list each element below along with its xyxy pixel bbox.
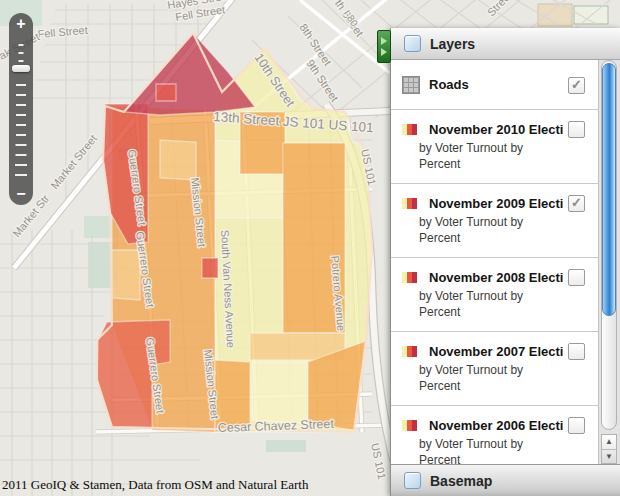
layer-row-nov-2006[interactable]: November 2006 Electio by Voter Turnout b… <box>391 406 598 464</box>
zoom-tick <box>19 60 24 62</box>
zoom-out-button[interactable]: − <box>9 185 33 203</box>
zoom-in-button[interactable]: + <box>9 15 33 33</box>
layer-row-nov-2007[interactable]: November 2007 Electio by Voter Turnout b… <box>391 332 598 406</box>
layer-title[interactable]: November 2009 Electio <box>429 196 563 211</box>
scrollbar-track[interactable] <box>601 60 617 430</box>
zoom-tick <box>19 52 24 54</box>
scroll-up-button[interactable]: ▲ <box>602 435 616 449</box>
layer-checkbox[interactable] <box>568 121 585 138</box>
layer-subtitle: by Voter Turnout by Percent <box>419 141 561 172</box>
layer-subtitle: by Voter Turnout by Percent <box>419 289 561 320</box>
choropleth-layer-icon <box>402 420 417 431</box>
choropleth-layer-icon <box>402 124 417 135</box>
basemap-icon <box>404 472 421 489</box>
zoom-tick <box>16 104 26 106</box>
map-attribution: 2011 GeoIQ & Stamen, Data from OSM and N… <box>2 477 308 493</box>
layers-panel: Layers Roads ✓ November 2010 Electio by … <box>390 28 620 496</box>
roads-layer-icon <box>402 76 420 94</box>
layers-icon <box>404 35 421 52</box>
zoom-slider-handle[interactable] <box>12 65 30 72</box>
layer-list: Roads ✓ November 2010 Electio by Voter T… <box>391 60 598 464</box>
zoom-tick <box>15 164 27 166</box>
zoom-tick <box>16 144 27 146</box>
layers-panel-header[interactable]: Layers <box>391 28 620 60</box>
collapse-arrow-icon <box>381 48 387 56</box>
choropleth-region[interactable] <box>160 140 196 180</box>
zoom-tick <box>16 124 26 126</box>
layer-title[interactable]: November 2006 Electio <box>429 418 563 433</box>
layer-checkbox[interactable] <box>568 343 585 360</box>
map-zoom-control[interactable]: + − <box>9 13 33 205</box>
scroll-down-button[interactable]: ▼ <box>602 449 616 464</box>
zoom-tick <box>16 134 26 136</box>
choropleth-region[interactable] <box>112 250 140 300</box>
panel-collapse-button[interactable] <box>377 30 391 63</box>
layer-checkbox[interactable] <box>568 417 585 434</box>
layer-row-roads[interactable]: Roads ✓ <box>391 60 598 110</box>
choropleth-layer-icon <box>402 272 417 283</box>
collapse-arrow-icon <box>381 37 387 45</box>
zoom-tick <box>15 174 27 176</box>
basemap-panel-header[interactable]: Basemap <box>391 464 620 496</box>
layer-checkbox[interactable] <box>568 269 585 286</box>
choropleth-region[interactable] <box>252 362 308 424</box>
map-application: Hayes StreetFell StreetFell StreetOak St… <box>0 0 620 496</box>
layer-title[interactable]: November 2008 Electio <box>429 270 563 285</box>
layer-row-nov-2009[interactable]: November 2009 Electio by Voter Turnout b… <box>391 184 598 258</box>
choropleth-region[interactable] <box>202 258 218 278</box>
layer-subtitle: by Voter Turnout by Percent <box>419 363 561 394</box>
basemap-panel-title: Basemap <box>430 473 492 489</box>
zoom-tick <box>16 84 26 86</box>
layer-subtitle: by Voter Turnout by Percent <box>419 215 561 246</box>
zoom-tick <box>16 154 27 156</box>
panel-scrollbar[interactable]: ▲ ▼ <box>598 60 620 464</box>
layer-title[interactable]: November 2007 Electio <box>429 344 563 359</box>
choropleth-layer-icon <box>402 346 417 357</box>
scrollbar-buttons: ▲ ▼ <box>601 434 617 464</box>
layer-title[interactable]: November 2010 Electio <box>429 122 563 137</box>
layer-title[interactable]: Roads <box>429 77 469 92</box>
zoom-tick <box>19 44 24 46</box>
zoom-tick <box>16 114 26 116</box>
choropleth-region[interactable] <box>156 84 176 101</box>
layer-row-nov-2008[interactable]: November 2008 Electio by Voter Turnout b… <box>391 258 598 332</box>
layer-checkbox[interactable]: ✓ <box>568 195 585 212</box>
scrollbar-thumb[interactable] <box>602 63 616 316</box>
layers-panel-title: Layers <box>430 36 475 52</box>
choropleth-layer-icon <box>402 198 417 209</box>
layer-subtitle: by Voter Turnout by Percent <box>419 437 561 464</box>
layer-row-nov-2010[interactable]: November 2010 Electio by Voter Turnout b… <box>391 110 598 184</box>
zoom-tick <box>16 94 26 96</box>
layer-checkbox[interactable]: ✓ <box>568 77 585 94</box>
